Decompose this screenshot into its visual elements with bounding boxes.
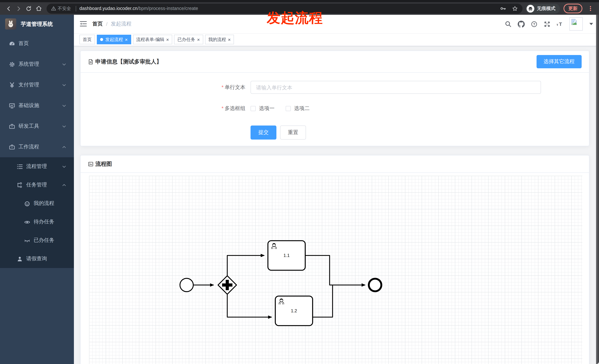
close-icon[interactable]: × — [166, 37, 169, 42]
start-event[interactable] — [180, 278, 193, 292]
list-tree-icon — [17, 163, 23, 170]
font-size-icon[interactable]: тT — [556, 20, 564, 27]
window-scrollbar[interactable] — [596, 15, 599, 364]
process-diagram-card: 流程图 — [80, 155, 589, 364]
yen-icon — [9, 82, 15, 88]
sidebar-item-workflow[interactable]: 工作流程 — [0, 137, 74, 157]
chevron-down-icon — [62, 124, 67, 129]
close-icon[interactable]: × — [197, 37, 200, 42]
breadcrumb-home[interactable]: 首页 — [92, 21, 103, 27]
reset-button[interactable]: 重置 — [280, 126, 306, 140]
sidebar-item-process-mgmt[interactable]: 流程管理 — [0, 157, 74, 176]
svg-text:?: ? — [533, 22, 535, 26]
sidebar-item-task-mgmt[interactable]: 任务管理 — [0, 176, 74, 194]
tab-done-tasks[interactable]: 已办任务× — [174, 35, 203, 44]
tab-home[interactable]: 首页 — [79, 35, 95, 44]
dashboard-icon — [9, 40, 15, 47]
sidebar-item-label: 基础设施 — [18, 102, 39, 109]
form-item-text: *单行文本 — [80, 81, 589, 94]
apply-info-header: 申请信息【测试多审批人】 选择其它流程 — [80, 51, 589, 73]
field-label: *单行文本 — [80, 84, 251, 91]
sidebar-item-payment-mgmt[interactable]: 支付管理 — [0, 75, 74, 95]
home-button[interactable] — [34, 3, 44, 13]
form-item-checkbox-group: *多选框组 选项一 选项二 — [80, 105, 589, 112]
fullscreen-icon[interactable] — [544, 20, 551, 27]
app-logo-row[interactable]: 芋道管理系统 — [0, 15, 74, 33]
checkbox-icon[interactable] — [251, 106, 256, 111]
sidebar-item-todo-tasks[interactable]: 待办任务 — [0, 213, 74, 231]
help-icon[interactable]: ? — [531, 20, 538, 27]
sidebar-item-done-tasks[interactable]: 已办任务 — [0, 231, 74, 250]
url-path: /bpm/process-instance/create — [137, 6, 198, 11]
single-line-text-input[interactable] — [251, 81, 541, 94]
required-mark: * — [221, 84, 224, 90]
monitor-icon — [9, 102, 15, 109]
sidebar-item-infrastructure[interactable]: 基础设施 — [0, 95, 74, 116]
sidebar-collapse-button[interactable] — [80, 20, 87, 27]
svg-text:т: т — [556, 23, 558, 26]
tab-form-edit[interactable]: 流程表单-编辑× — [133, 35, 172, 44]
sidebar-item-label: 我的流程 — [34, 200, 54, 207]
briefcase-icon — [9, 144, 15, 150]
main-content: 申请信息【测试多审批人】 选择其它流程 *单行文本 *多选框组 选项一 — [74, 46, 599, 364]
flow-task1-to-end[interactable] — [305, 255, 365, 285]
tab-my-process[interactable]: 我的流程× — [205, 35, 234, 44]
sidebar-item-dev-tools[interactable]: 研发工具 — [0, 116, 74, 137]
active-dot — [100, 38, 103, 41]
chrome-update-button[interactable]: 更新 — [564, 4, 582, 13]
chevron-up-icon — [62, 144, 67, 149]
sidebar-item-label: 系统管理 — [18, 61, 39, 68]
reload-button[interactable] — [24, 3, 34, 13]
checkbox-option-2[interactable]: 选项二 — [286, 105, 310, 112]
forward-button[interactable] — [14, 3, 24, 13]
svg-text:T: T — [559, 21, 562, 26]
github-icon[interactable] — [518, 20, 525, 27]
gear-icon — [9, 61, 15, 67]
breadcrumb-separator: / — [106, 21, 107, 27]
user-task-1-2[interactable]: 1.2 — [275, 296, 313, 326]
breadcrumb-current: 发起流程 — [111, 21, 132, 27]
reload-icon — [26, 5, 32, 12]
sidebar-item-system-mgmt[interactable]: 系统管理 — [0, 54, 74, 75]
user-icon — [17, 256, 23, 262]
flow-task2-to-end[interactable] — [313, 285, 333, 317]
browser-menu-button[interactable] — [585, 3, 595, 13]
close-icon[interactable]: × — [125, 37, 128, 42]
sidebar-item-label: 首页 — [18, 40, 29, 47]
back-button[interactable] — [4, 3, 14, 13]
sidebar-item-leave-query[interactable]: 请假查询 — [0, 250, 74, 268]
required-mark: * — [221, 105, 224, 111]
bpmn-canvas[interactable]: 1.1 1.2 — [89, 176, 582, 364]
sidebar-item-label: 工作流程 — [18, 144, 39, 150]
sidebar-item-label: 流程管理 — [26, 163, 47, 170]
sidebar: 芋道管理系统 首页 系统管理 支付管理 基础设施 研发工具 工作流 — [0, 15, 74, 364]
checkbox-option-1[interactable]: 选项一 — [251, 105, 274, 112]
user-task-1-1[interactable]: 1.1 — [268, 241, 305, 270]
incognito-badge: 无痕模式 — [526, 3, 560, 13]
sidebar-item-home[interactable]: 首页 — [0, 33, 74, 54]
choose-other-process-button[interactable]: 选择其它流程 — [537, 55, 582, 68]
chevron-up-icon — [62, 183, 67, 187]
security-label: 不安全 — [58, 5, 71, 12]
checkbox-icon[interactable] — [286, 106, 291, 111]
tab-start-process[interactable]: 发起流程× — [97, 35, 131, 44]
sidebar-item-my-process[interactable]: 我的流程 — [0, 194, 74, 213]
image-icon — [88, 161, 94, 167]
toolbox-icon — [9, 123, 15, 129]
sidebar-item-label: 研发工具 — [18, 123, 39, 130]
navbar: 首页 / 发起流程 ? тT — [74, 15, 599, 34]
flow-gateway-to-task1[interactable] — [227, 255, 264, 276]
apply-form: *单行文本 *多选框组 选项一 选项二 提交 重置 — [80, 73, 589, 140]
bookmark-star-icon[interactable] — [512, 5, 518, 12]
flow-gateway-to-task2[interactable] — [227, 294, 272, 317]
app-title: 芋道管理系统 — [21, 20, 53, 27]
submit-button[interactable]: 提交 — [251, 126, 276, 140]
avatar[interactable] — [569, 17, 583, 31]
end-event[interactable] — [369, 279, 381, 291]
parallel-gateway[interactable] — [218, 276, 237, 294]
password-key-icon[interactable] — [500, 5, 507, 12]
close-icon[interactable]: × — [228, 37, 231, 42]
back-icon — [6, 5, 12, 12]
avatar-caret-icon[interactable] — [589, 23, 593, 25]
search-icon[interactable] — [505, 20, 512, 27]
